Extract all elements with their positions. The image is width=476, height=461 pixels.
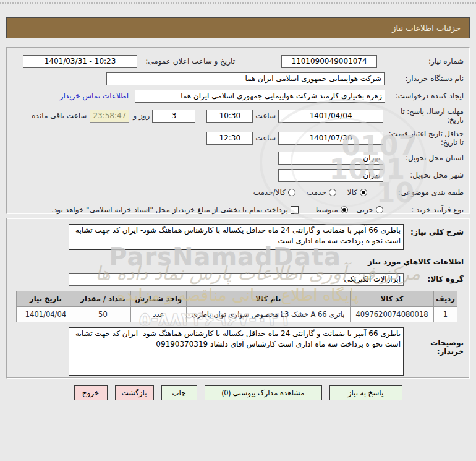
- cell-date: 1401/04/04: [17, 307, 75, 322]
- radio-medium-label: متوسط: [315, 205, 338, 214]
- row-need-description: شرح کلي نیاز: باطری 66 آمپر با ضمانت و گ…: [12, 224, 464, 250]
- deadline-time-field[interactable]: 10:30: [206, 110, 253, 123]
- deadline-hour-label: ساعت: [255, 111, 276, 120]
- respond-to-need-button[interactable]: پاسخ به نیاز: [329, 385, 402, 400]
- need-description-field[interactable]: باطری 66 آمپر با ضمانت و گارانتی 24 ماه …: [69, 224, 404, 250]
- buyer-notes-label: توضیحات خریدار:: [405, 327, 464, 356]
- goods-table: ردیف کد کالا نام کالا واحد شمارش تعداد /…: [16, 291, 457, 322]
- deadline-label: مهلت ارسال پاسخ: تا تاریخ:: [385, 107, 464, 125]
- city-field[interactable]: تهران: [278, 169, 383, 182]
- goods-group-label: گروه کالا:: [405, 275, 464, 283]
- radio-goods-service[interactable]: [288, 189, 295, 196]
- exit-button[interactable]: خروج: [74, 385, 108, 400]
- treasury-docs-checkbox[interactable]: [291, 206, 299, 214]
- col-header-row: ردیف: [434, 291, 457, 307]
- radio-service-label: خدمت: [307, 188, 326, 197]
- cell-row: 1: [434, 307, 457, 322]
- top-dotted-divider: [0, 2, 476, 4]
- col-header-date: تاریخ نیاز: [17, 291, 75, 307]
- table-row: 1 4097620074080018 باتری 66 A خشک L3 مخص…: [17, 307, 457, 322]
- radio-goods[interactable]: [360, 189, 367, 196]
- deadline-days-label: روز و: [133, 111, 150, 120]
- radio-minor[interactable]: [376, 206, 383, 213]
- action-button-row: پاسخ به نیاز مشاهده مدارک پیوستی (0) چاپ…: [0, 385, 476, 400]
- radio-minor-label: جزیی: [357, 205, 373, 214]
- cell-qty: 50: [75, 307, 131, 322]
- need-number-field[interactable]: 1101090049001074: [281, 55, 377, 68]
- announce-label: تاریخ و ساعت اعلان عمومی:: [142, 57, 235, 66]
- radio-service[interactable]: [329, 189, 336, 196]
- row-province: استان محل تحویل: تهران: [12, 151, 464, 165]
- buyer-contact-link[interactable]: اطلاعات تماس خریدار: [60, 92, 129, 100]
- radio-goods-service-label: کالا/خدمت: [253, 188, 286, 197]
- row-city: شهر محل تحویل: تهران: [12, 168, 464, 182]
- row-classification: طبقه بندی موضوعی: کالا خدمت کالا/خدمت: [12, 186, 464, 199]
- need-description-label: شرح کلي نیاز:: [405, 224, 464, 236]
- col-header-qty: تعداد / مقدار: [75, 291, 131, 307]
- treasury-docs-checkbox-label: پرداخت تمام یا بخشی از مبلغ خرید،از محل …: [51, 205, 288, 215]
- classification-label: طبقه بندی موضوعی:: [385, 188, 464, 197]
- view-attachments-button[interactable]: مشاهده مدارک پیوستی (0): [205, 385, 322, 400]
- need-info-panel: شماره نیاز: 1101090049001074 تاریخ و ساع…: [6, 47, 470, 214]
- deadline-date-field[interactable]: 1401/04/04: [278, 110, 383, 123]
- row-buyer-org: نام دستگاه خریدار: شرکت هواپیمایی جمهوری…: [12, 72, 464, 85]
- page-title: جزئیات اطلاعات نیاز: [392, 24, 461, 33]
- deadline-days-field[interactable]: 3: [152, 110, 195, 123]
- row-validity: حداقل تاریخ اعتبار قیمت: تا تاریخ: 1401/…: [12, 129, 464, 147]
- goods-table-header-row: ردیف کد کالا نام کالا واحد شمارش تعداد /…: [17, 291, 457, 307]
- buyer-org-field[interactable]: شرکت هواپیمایی جمهوری اسلامی ایران هما: [106, 72, 385, 85]
- goods-info-panel: شرح کلي نیاز: باطری 66 آمپر با ضمانت و گ…: [6, 218, 470, 379]
- row-goods-section-title: اطلاعات کالاهاي مورد نیاز: [12, 255, 464, 269]
- radio-goods-label: کالا: [347, 188, 357, 197]
- validity-label: حداقل تاریخ اعتبار قیمت: تا تاریخ:: [385, 129, 464, 147]
- announce-datetime-field[interactable]: 1401/03/31 - 10:23: [23, 55, 137, 68]
- page-header-bar: جزئیات اطلاعات نیاز: [6, 17, 470, 38]
- row-process-type: نوع فرآیند خرید : جزیی متوسط پرداخت تمام…: [12, 203, 464, 217]
- back-button[interactable]: بازگشت: [115, 385, 154, 400]
- province-field[interactable]: تهران: [278, 152, 383, 165]
- validity-time-field[interactable]: 12:30: [206, 132, 253, 145]
- deadline-countdown: 23:58:47: [90, 110, 129, 123]
- radio-medium[interactable]: [341, 206, 348, 213]
- row-buyer-notes: توضیحات خریدار: باطری 66 آمپر با ضمانت و…: [12, 327, 464, 376]
- creator-label: ایجاد کننده درخواست:: [388, 92, 464, 100]
- row-goods-group: گروه کالا: ابزارآلات الکتریکی: [12, 272, 464, 286]
- cell-code: 4097620074080018: [351, 307, 434, 322]
- col-header-unit: واحد شمارش: [130, 291, 186, 307]
- cell-name: باتری 66 A خشک L3 مخصوص سواری توان باطری: [186, 307, 350, 322]
- province-label: استان محل تحویل:: [385, 153, 464, 162]
- validity-date-field[interactable]: 1401/07/30: [278, 132, 383, 145]
- col-header-code: کد کالا: [351, 291, 434, 307]
- row-deadline: مهلت ارسال پاسخ: تا تاریخ: 1401/04/04 سا…: [12, 106, 464, 125]
- goods-section-title: اطلاعات کالاهاي مورد نیاز: [368, 257, 464, 266]
- deadline-remaining-label: ساعت باقی مانده: [32, 111, 87, 120]
- row-need-number: شماره نیاز: 1101090049001074 تاریخ و ساع…: [12, 54, 464, 68]
- col-header-name: نام کالا: [186, 291, 350, 307]
- need-number-label: شماره نیاز:: [396, 57, 464, 66]
- goods-group-field[interactable]: ابزارآلات الکتریکی: [69, 273, 404, 286]
- row-creator: ایجاد کننده درخواست: زهره بختیاری کارمند…: [12, 89, 464, 103]
- validity-hour-label: ساعت: [255, 134, 276, 142]
- buyer-notes-field[interactable]: باطری 66 آمپر با ضمانت و گارانتی 24 ماه …: [69, 327, 404, 376]
- print-button[interactable]: چاپ: [161, 385, 197, 400]
- city-label: شهر محل تحویل:: [385, 171, 464, 179]
- creator-field[interactable]: زهره بختیاری کارمند شرکت هواپیمایی جمهور…: [135, 90, 385, 103]
- buyer-org-label: نام دستگاه خریدار:: [396, 74, 464, 83]
- cell-unit: عدد: [130, 307, 186, 322]
- process-type-label: نوع فرآیند خرید :: [385, 205, 464, 214]
